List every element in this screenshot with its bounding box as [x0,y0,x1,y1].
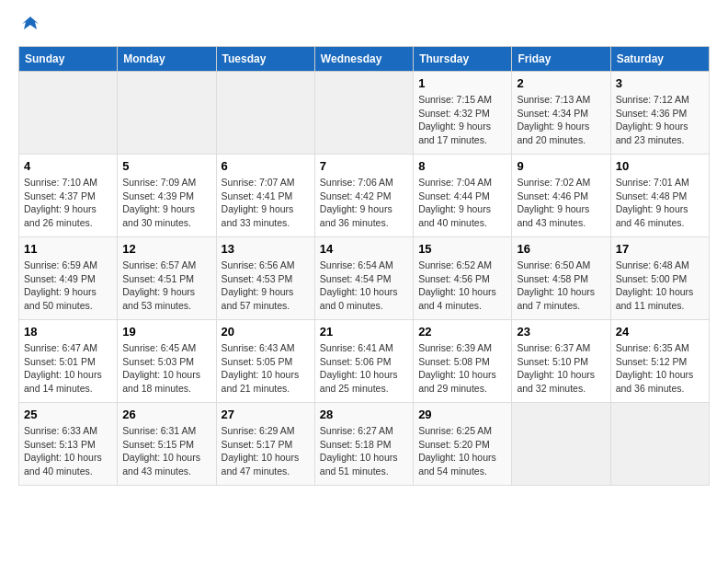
day-content: Sunrise: 7:01 AM Sunset: 4:48 PM Dayligh… [616,176,704,230]
calendar-cell: 28Sunrise: 6:27 AM Sunset: 5:18 PM Dayli… [314,403,413,486]
calendar-cell: 10Sunrise: 7:01 AM Sunset: 4:48 PM Dayli… [610,155,709,237]
calendar-cell: 27Sunrise: 6:29 AM Sunset: 5:17 PM Dayli… [216,403,314,486]
day-of-week-header: Monday [118,47,216,72]
day-of-week-header: Friday [512,47,610,72]
day-number: 4 [24,159,112,173]
day-number: 3 [616,76,704,90]
calendar-cell: 26Sunrise: 6:31 AM Sunset: 5:15 PM Dayli… [118,403,216,486]
day-content: Sunrise: 7:10 AM Sunset: 4:37 PM Dayligh… [24,176,112,230]
calendar-cell: 1Sunrise: 7:15 AM Sunset: 4:32 PM Daylig… [414,72,512,155]
calendar-week-row: 4Sunrise: 7:10 AM Sunset: 4:37 PM Daylig… [19,155,710,237]
calendar-cell: 2Sunrise: 7:13 AM Sunset: 4:34 PM Daylig… [512,72,610,155]
logo-bird-icon [20,15,40,35]
day-content: Sunrise: 6:43 AM Sunset: 5:05 PM Dayligh… [222,341,310,396]
calendar-cell [118,72,216,155]
day-number: 14 [320,242,408,256]
day-number: 27 [222,408,310,421]
day-content: Sunrise: 6:31 AM Sunset: 5:15 PM Dayligh… [122,424,210,478]
calendar-cell [19,72,118,155]
day-number: 5 [122,159,210,173]
day-number: 9 [517,159,605,173]
day-of-week-header: Tuesday [216,47,314,72]
day-content: Sunrise: 7:13 AM Sunset: 4:34 PM Dayligh… [517,93,605,147]
day-content: Sunrise: 6:39 AM Sunset: 5:08 PM Dayligh… [418,341,506,396]
day-of-week-header: Wednesday [314,47,413,72]
logo [18,18,40,31]
calendar-cell [314,72,413,155]
day-number: 2 [517,76,605,90]
day-content: Sunrise: 6:52 AM Sunset: 4:56 PM Dayligh… [418,259,506,313]
day-content: Sunrise: 6:59 AM Sunset: 4:49 PM Dayligh… [24,259,112,313]
calendar-cell: 3Sunrise: 7:12 AM Sunset: 4:36 PM Daylig… [610,72,709,155]
day-content: Sunrise: 6:47 AM Sunset: 5:01 PM Dayligh… [24,341,112,396]
calendar-cell: 21Sunrise: 6:41 AM Sunset: 5:06 PM Dayli… [314,320,413,403]
calendar-cell: 5Sunrise: 7:09 AM Sunset: 4:39 PM Daylig… [118,155,216,237]
day-content: Sunrise: 6:50 AM Sunset: 4:58 PM Dayligh… [517,259,605,313]
day-number: 29 [418,408,506,421]
day-number: 26 [122,408,210,421]
day-number: 10 [616,159,704,173]
day-number: 25 [24,408,112,421]
calendar-cell: 22Sunrise: 6:39 AM Sunset: 5:08 PM Dayli… [414,320,512,403]
calendar-cell: 17Sunrise: 6:48 AM Sunset: 5:00 PM Dayli… [610,237,709,320]
calendar-cell: 15Sunrise: 6:52 AM Sunset: 4:56 PM Dayli… [414,237,512,320]
calendar-cell: 29Sunrise: 6:25 AM Sunset: 5:20 PM Dayli… [414,403,512,486]
day-content: Sunrise: 7:02 AM Sunset: 4:46 PM Dayligh… [517,176,605,230]
calendar-cell: 13Sunrise: 6:56 AM Sunset: 4:53 PM Dayli… [216,237,314,320]
day-number: 19 [122,325,210,339]
day-content: Sunrise: 6:41 AM Sunset: 5:06 PM Dayligh… [320,341,408,396]
calendar-cell [216,72,314,155]
day-number: 13 [222,242,310,256]
day-number: 18 [24,325,112,339]
calendar-week-row: 1Sunrise: 7:15 AM Sunset: 4:32 PM Daylig… [19,72,710,155]
day-content: Sunrise: 6:27 AM Sunset: 5:18 PM Dayligh… [320,424,408,478]
calendar-cell: 14Sunrise: 6:54 AM Sunset: 4:54 PM Dayli… [314,237,413,320]
day-content: Sunrise: 6:45 AM Sunset: 5:03 PM Dayligh… [122,341,210,396]
day-number: 23 [517,325,605,339]
day-number: 21 [320,325,408,339]
day-number: 11 [24,242,112,256]
day-content: Sunrise: 6:54 AM Sunset: 4:54 PM Dayligh… [320,259,408,313]
calendar-cell: 12Sunrise: 6:57 AM Sunset: 4:51 PM Dayli… [118,237,216,320]
day-number: 16 [517,242,605,256]
day-of-week-header: Thursday [414,47,512,72]
calendar-cell: 19Sunrise: 6:45 AM Sunset: 5:03 PM Dayli… [118,320,216,403]
day-number: 22 [418,325,506,339]
calendar-cell: 16Sunrise: 6:50 AM Sunset: 4:58 PM Dayli… [512,237,610,320]
day-number: 12 [122,242,210,256]
day-content: Sunrise: 7:15 AM Sunset: 4:32 PM Dayligh… [418,93,506,147]
day-content: Sunrise: 6:29 AM Sunset: 5:17 PM Dayligh… [222,424,310,478]
day-number: 17 [616,242,704,256]
day-content: Sunrise: 7:06 AM Sunset: 4:42 PM Dayligh… [320,176,408,230]
calendar-week-row: 11Sunrise: 6:59 AM Sunset: 4:49 PM Dayli… [19,237,710,320]
calendar-cell: 6Sunrise: 7:07 AM Sunset: 4:41 PM Daylig… [216,155,314,237]
day-number: 20 [222,325,310,339]
day-number: 8 [418,159,506,173]
day-content: Sunrise: 7:09 AM Sunset: 4:39 PM Dayligh… [122,176,210,230]
day-content: Sunrise: 6:48 AM Sunset: 5:00 PM Dayligh… [616,259,704,313]
day-number: 7 [320,159,408,173]
day-of-week-header: Saturday [610,47,709,72]
calendar-cell: 24Sunrise: 6:35 AM Sunset: 5:12 PM Dayli… [610,320,709,403]
calendar-cell: 9Sunrise: 7:02 AM Sunset: 4:46 PM Daylig… [512,155,610,237]
day-number: 1 [418,76,506,90]
day-content: Sunrise: 6:25 AM Sunset: 5:20 PM Dayligh… [418,424,506,478]
day-content: Sunrise: 6:33 AM Sunset: 5:13 PM Dayligh… [24,424,112,478]
calendar-cell: 23Sunrise: 6:37 AM Sunset: 5:10 PM Dayli… [512,320,610,403]
day-content: Sunrise: 6:35 AM Sunset: 5:12 PM Dayligh… [616,341,704,396]
day-content: Sunrise: 6:56 AM Sunset: 4:53 PM Dayligh… [222,259,310,313]
day-content: Sunrise: 7:12 AM Sunset: 4:36 PM Dayligh… [616,93,704,147]
day-number: 24 [616,325,704,339]
day-content: Sunrise: 7:07 AM Sunset: 4:41 PM Dayligh… [222,176,310,230]
day-of-week-header: Sunday [19,47,118,72]
calendar-cell: 7Sunrise: 7:06 AM Sunset: 4:42 PM Daylig… [314,155,413,237]
calendar-cell [610,403,709,486]
page-header [18,18,710,31]
day-number: 15 [418,242,506,256]
svg-marker-0 [22,17,39,29]
calendar-cell: 11Sunrise: 6:59 AM Sunset: 4:49 PM Dayli… [19,237,118,320]
calendar-cell: 18Sunrise: 6:47 AM Sunset: 5:01 PM Dayli… [19,320,118,403]
calendar-table: SundayMondayTuesdayWednesdayThursdayFrid… [18,46,710,486]
calendar-cell: 4Sunrise: 7:10 AM Sunset: 4:37 PM Daylig… [19,155,118,237]
day-content: Sunrise: 6:37 AM Sunset: 5:10 PM Dayligh… [517,341,605,396]
